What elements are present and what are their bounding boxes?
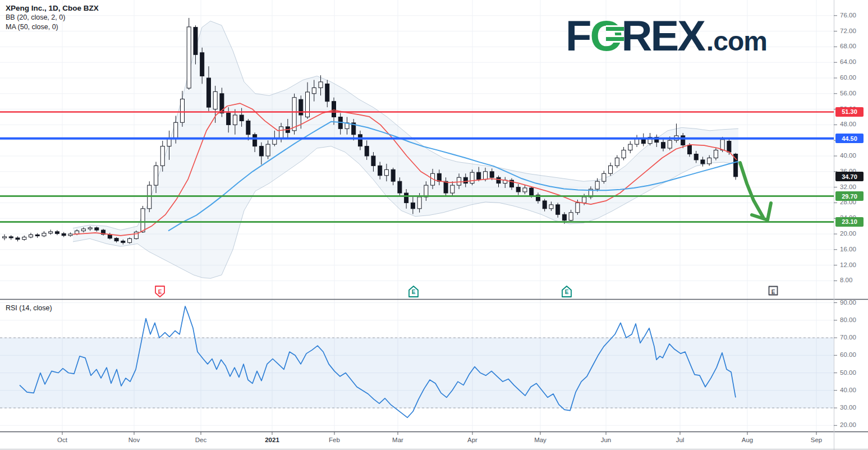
candle-body xyxy=(55,232,59,233)
bb-indicator-label[interactable]: BB (20, close, 2, 0) xyxy=(6,13,99,22)
candle-body xyxy=(556,205,560,214)
rsi-tick-label: 90.00 xyxy=(840,299,856,306)
candle-body xyxy=(49,232,53,233)
month-label: Oct xyxy=(57,437,67,443)
candle-body xyxy=(576,203,580,212)
price-level-chip: 44.50 xyxy=(835,134,864,143)
price-axis[interactable]: 76.0072.0068.0064.0060.0056.0052.0048.00… xyxy=(835,0,868,299)
candle-body xyxy=(424,185,428,197)
candle-body xyxy=(22,237,26,240)
symbol-title[interactable]: XPeng Inc., 1D, Cboe BZX xyxy=(6,3,99,13)
rsi-band xyxy=(0,338,834,408)
candle-body xyxy=(582,197,586,203)
candle-body xyxy=(180,99,184,123)
candle-body xyxy=(470,172,474,183)
candle-body xyxy=(194,27,198,55)
earnings-marker-letter: E xyxy=(412,289,416,295)
candle-body xyxy=(391,169,395,181)
candle-body xyxy=(523,188,527,192)
candle-body xyxy=(167,139,171,146)
down-arrow-annotation[interactable] xyxy=(740,163,763,217)
candle-body xyxy=(187,27,191,88)
candle-body xyxy=(68,234,72,236)
time-axis[interactable]: OctNovDec2021FebMarAprMayJunJulAugSep xyxy=(0,432,868,450)
month-label: Mar xyxy=(392,437,403,443)
candle-body xyxy=(29,235,33,237)
candle-body xyxy=(384,169,388,175)
logo-letters-rex: REX xyxy=(622,15,704,57)
candle-body xyxy=(88,228,92,229)
price-level-chip: 34.70 xyxy=(835,172,864,181)
rsi-indicator-label[interactable]: RSI (14, close) xyxy=(6,304,52,312)
candle-body xyxy=(259,146,263,156)
candle-body xyxy=(615,158,619,166)
rsi-tick-label: 30.00 xyxy=(840,404,856,411)
price-tick-label: 32.00 xyxy=(840,183,856,190)
candle-body xyxy=(233,115,237,125)
logo-letter-f: F xyxy=(566,15,590,57)
candle-body xyxy=(562,214,566,220)
earnings-marker-letter: E xyxy=(565,289,569,295)
month-label: Dec xyxy=(195,437,206,443)
candle-body xyxy=(154,166,158,185)
month-label: Jul xyxy=(676,437,685,443)
candle-body xyxy=(687,145,691,154)
trading-chart-window: EEEE XPeng Inc., 1D, Cboe BZX BB (20, cl… xyxy=(0,0,868,450)
candle-body xyxy=(371,156,375,166)
price-tick-label: 56.00 xyxy=(840,90,856,97)
month-label: Jun xyxy=(601,437,612,443)
bb-band-fill xyxy=(73,21,738,279)
candle-body xyxy=(622,150,626,158)
candle-body xyxy=(437,173,441,181)
candle-body xyxy=(81,229,85,231)
rsi-tick-label: 20.00 xyxy=(840,421,856,428)
candle-body xyxy=(213,91,217,109)
candle-body xyxy=(477,172,481,180)
price-tick-label: 8.00 xyxy=(840,277,852,283)
candle-body xyxy=(497,177,500,183)
month-label: Feb xyxy=(329,437,340,443)
month-label: Apr xyxy=(467,437,477,443)
price-level-chip: 29.70 xyxy=(835,191,864,201)
price-tick-label: 12.00 xyxy=(840,261,856,268)
candle-body xyxy=(451,185,454,193)
candle-body xyxy=(708,158,711,163)
rsi-tick-label: 80.00 xyxy=(840,316,856,323)
candle-body xyxy=(246,121,250,134)
candle-body xyxy=(279,127,283,139)
price-and-rsi-chart[interactable]: EEEE xyxy=(0,0,868,450)
candle-body xyxy=(609,166,613,173)
candle-body xyxy=(121,241,125,243)
candle-body xyxy=(206,78,210,107)
candle-body xyxy=(417,197,421,209)
candle-body xyxy=(312,88,316,93)
rsi-axis[interactable]: 90.0080.0070.0060.0050.0040.0030.0020.00 xyxy=(835,300,868,431)
logo-o-bar xyxy=(606,35,624,43)
price-tick-label: 64.00 xyxy=(840,58,856,65)
logo-o-bar xyxy=(606,25,624,33)
candle-body xyxy=(3,237,7,238)
price-tick-label: 40.00 xyxy=(840,152,856,159)
candle-body xyxy=(253,135,257,146)
candle-body xyxy=(398,181,402,193)
candle-body xyxy=(42,233,46,236)
price-level-chip: 23.10 xyxy=(835,217,864,227)
candle-body xyxy=(292,98,296,131)
candle-body xyxy=(160,146,164,166)
candle-body xyxy=(602,173,606,181)
candle-body xyxy=(62,233,66,235)
candle-body xyxy=(325,84,329,101)
candle-body xyxy=(240,115,244,121)
rsi-tick-label: 60.00 xyxy=(840,351,856,358)
price-tick-label: 72.00 xyxy=(840,27,856,34)
forex-logo: FOREX.com xyxy=(566,15,767,57)
candle-body xyxy=(95,228,99,230)
price-tick-label: 60.00 xyxy=(840,74,856,81)
candle-body xyxy=(9,237,13,238)
candle-body xyxy=(227,113,231,125)
candle-body xyxy=(378,166,382,175)
price-tick-label: 68.00 xyxy=(840,43,856,49)
candle-body xyxy=(463,177,467,183)
ma-indicator-label[interactable]: MA (50, close, 0) xyxy=(6,22,99,32)
candle-body xyxy=(200,53,204,76)
